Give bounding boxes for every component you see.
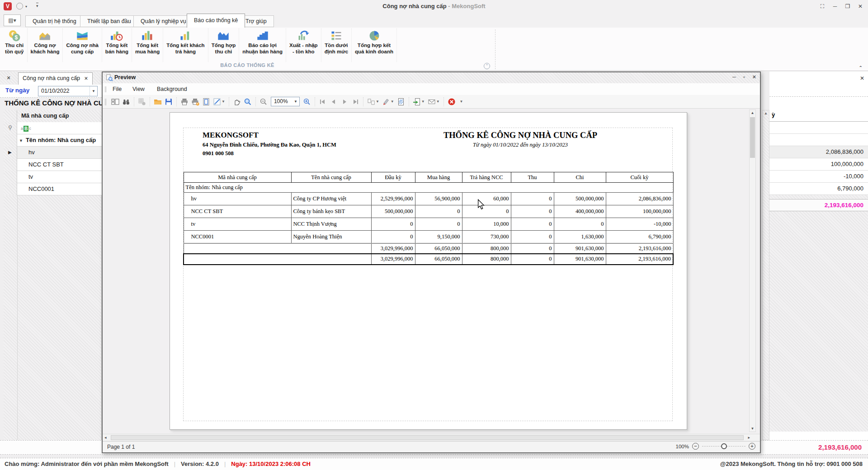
button-thu-chi-ton-quy[interactable]: €$ Thu chi tồn quỹ [2,28,28,62]
toolbar-grip[interactable] [105,99,106,105]
tab-close-icon[interactable]: ✕ [84,76,88,81]
panel-value-row-ncc0001[interactable]: 6,790,000 [769,183,868,195]
scale-dropdown-icon[interactable]: ▼ [222,100,225,104]
print-icon[interactable] [179,96,190,107]
preview-maximize-icon[interactable]: ▫ [743,74,745,80]
scale-icon[interactable] [212,96,222,107]
menu-file[interactable]: File [109,85,125,93]
panel-chevron-up-icon[interactable]: ⌃ [859,65,863,70]
panel-value-row-tv[interactable]: -10,000 [769,171,868,183]
zoom-slider[interactable] [702,446,745,446]
button-cong-no-khach-hang[interactable]: Công nợ khách hàng [28,28,63,62]
prev-page-icon[interactable] [328,96,339,107]
multi-page-icon[interactable] [366,96,377,107]
grid-row-ncc0001[interactable]: NCC0001 [4,183,102,195]
close-icon[interactable]: ✕ [857,3,863,9]
zoom-slider-thumb[interactable] [721,443,727,449]
chevron-down-icon[interactable]: ▼ [292,97,299,106]
zoom-combo[interactable]: 100% ▼ [271,97,300,106]
open-folder-icon[interactable] [152,96,163,107]
page-background-icon[interactable] [396,96,406,107]
grid-group-row[interactable]: ▼Tên nhóm: Nhà cung cấp [4,134,102,147]
scroll-right-icon[interactable]: ▸ [748,435,750,440]
column-header-ma-nha-cung-cap[interactable]: Mã nhà cung cấp [17,110,102,122]
button-xuat-nhap-ton-kho[interactable]: Xuất - nhập - tồn kho [286,28,321,62]
panel-group-row[interactable] [769,134,868,146]
chevron-down-icon[interactable]: ▼ [90,86,97,96]
bar-chart2-icon [179,29,192,42]
zoom-in-icon[interactable] [302,96,312,107]
grid-header-row[interactable]: Mã nhà cung cấp [4,110,102,122]
button-tong-ket-khach-tra-hang[interactable]: Tổng kết khách trả hàng [163,28,208,62]
preview-horizontal-scrollbar[interactable]: ◂ ▸ [103,434,760,441]
close-tab-list-icon[interactable]: ✕ [5,74,13,82]
toolbar-overflow-icon[interactable]: ▼ [460,100,463,104]
grid-settings-icon[interactable] [137,96,147,107]
app-menu-button[interactable]: ▤▾ [4,14,21,26]
button-tong-hop-thu-chi[interactable]: Tổng hợp thu chi [208,28,240,62]
collapse-arrow-icon[interactable]: ▼ [19,138,23,143]
scrollbar-thumb[interactable] [111,435,744,440]
search-binoculars-icon[interactable] [121,96,132,107]
minimize-icon[interactable]: ─ [832,3,838,9]
document-tab-cong-no-nha-cung-cap[interactable]: Công nợ nhà cung cấp✕ [18,72,93,85]
tab-bao-cao-thong-ke[interactable]: Báo cáo thống kê [187,14,245,28]
next-page-icon[interactable] [339,96,350,107]
save-icon[interactable] [163,96,174,107]
ribbon-collapse-icon[interactable]: ⌃ [484,63,490,69]
multi-page-dropdown-icon[interactable]: ▼ [376,100,379,104]
print-options-icon[interactable]: + [190,96,201,107]
menu-view[interactable]: View [129,85,148,93]
from-date-combo[interactable]: 01/10/2022 ▼ [38,86,98,96]
export-icon[interactable] [411,96,422,107]
page-setup-icon[interactable] [201,96,212,107]
tab-quan-tri-he-thong[interactable]: Quản trị hệ thống [25,15,84,27]
zoom-out-button[interactable]: − [692,443,699,450]
magnifier-icon[interactable] [242,96,253,107]
tab-quan-ly-nghiep-vu[interactable]: Quản lý nghiệp vụ [133,15,193,27]
scroll-up-icon[interactable]: ▲ [750,111,755,115]
button-tong-hop-ket-qua-kinh-doanh[interactable]: Tổng hợp kết quả kinh doanh [352,28,397,62]
hand-icon[interactable] [231,96,242,107]
panel-value-row-sbt[interactable]: 100,000,000 [769,158,868,171]
highlighter-dropdown-icon[interactable]: ▼ [391,100,394,104]
scrollbar-thumb[interactable] [750,117,755,158]
tab-thiet-lap-ban-dau[interactable]: Thiết lập ban đầu [80,15,138,27]
filter-abc-icon[interactable]: aBc [21,126,31,132]
thumbnails-icon[interactable] [110,96,121,107]
email-icon[interactable] [426,96,437,107]
menu-background[interactable]: Background [153,85,191,93]
first-page-icon[interactable] [317,96,328,107]
button-tong-ket-mua-hang[interactable]: Tổng kết mua hàng [132,28,163,62]
email-dropdown-icon[interactable]: ▼ [436,100,440,104]
zoom-out-icon[interactable] [258,96,269,107]
grid-vertical-scrollbar[interactable]: ▲ [762,110,769,440]
close-preview-icon[interactable] [446,96,457,107]
preview-vertical-scrollbar[interactable]: ▲ ▼ [749,109,756,432]
export-dropdown-icon[interactable]: ▼ [421,100,425,104]
scroll-left-icon[interactable]: ◂ [104,435,107,440]
button-tong-ket-ban-hang[interactable]: Tổng kết bán hàng [102,28,132,62]
scroll-down-icon[interactable]: ▼ [750,427,755,431]
panel-column-header[interactable]: ỳ [769,109,868,122]
grid-row-hv[interactable]: ▶ hv [4,147,102,159]
preview-minimize-icon[interactable]: ─ [732,74,736,80]
scroll-up-icon[interactable]: ▲ [763,111,769,115]
button-bao-cao-loi-nhuan-ban-hang[interactable]: Báo cáo lợi nhuận bán hàng [239,28,286,62]
button-cong-no-nha-cung-cap[interactable]: Công nợ nhà cung cấp [63,28,102,62]
highlighter-icon[interactable] [381,96,392,107]
button-ton-duoi-dinh-muc[interactable]: Tồn dưới định mức [321,28,352,62]
panel-value-row-hv[interactable]: 2,086,836,000 [769,146,868,158]
preview-titlebar[interactable]: Preview ─ ▫ ✕ [103,72,760,83]
zoom-in-button[interactable]: + [749,443,755,450]
restore-icon[interactable]: ❐ [844,3,851,9]
grid-row-tv[interactable]: tv [4,171,102,183]
grid-row-ncc-ct-sbt[interactable]: NCC CT SBT [4,159,102,171]
menubar-grip[interactable] [105,86,106,92]
fullscreen-icon[interactable]: ⛶ [819,3,826,9]
panel-filter-row[interactable] [769,122,868,134]
last-page-icon[interactable] [350,96,361,107]
grid-filter-row[interactable]: ⚲ aBc [4,122,102,134]
preview-close-icon[interactable]: ✕ [752,74,756,80]
panel-close-icon[interactable]: ✕ [860,75,864,81]
